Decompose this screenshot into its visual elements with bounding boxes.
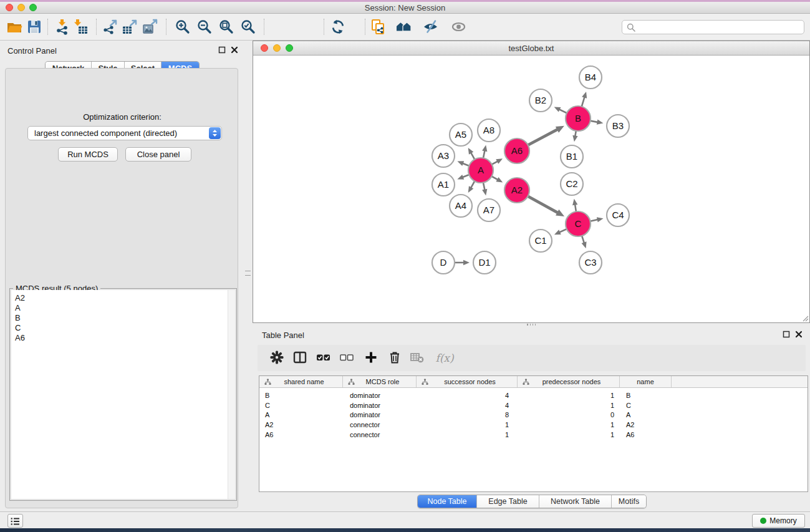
cell-shared-name[interactable]: B — [259, 392, 343, 399]
network-window-titlebar[interactable]: testGlobe.txt — [253, 41, 809, 56]
zoom-out-icon[interactable] — [196, 18, 213, 36]
cell-shared-name[interactable]: A2 — [259, 421, 343, 428]
float-panel-icon[interactable] — [781, 330, 791, 340]
cell-mcds-role[interactable]: connector — [343, 421, 417, 428]
import-table-icon[interactable] — [72, 18, 90, 36]
cell-successor-nodes[interactable]: 4 — [417, 392, 518, 399]
function-builder-icon[interactable]: f(x) — [432, 350, 457, 366]
cell-name[interactable]: B — [620, 392, 672, 399]
cell-predecessor-nodes[interactable]: 0 — [518, 411, 620, 418]
search-input[interactable] — [637, 21, 799, 33]
hide-selected-icon[interactable] — [422, 18, 440, 36]
memory-button[interactable]: Memory — [752, 514, 805, 528]
cell-mcds-role[interactable]: connector — [343, 431, 417, 438]
tab-node-table[interactable]: Node Table — [418, 495, 477, 508]
delete-table-icon[interactable] — [409, 350, 425, 366]
export-image-icon[interactable] — [142, 18, 159, 36]
select-all-icon[interactable] — [316, 350, 332, 366]
mcds-result-item[interactable]: A6 — [15, 333, 228, 343]
mcds-result-item[interactable]: A2 — [15, 293, 228, 303]
show-all-icon[interactable] — [450, 18, 468, 36]
node-label-A7: A7 — [483, 205, 494, 215]
save-icon[interactable] — [26, 18, 43, 36]
cell-mcds-role[interactable]: dominator — [343, 402, 417, 409]
column-header-name[interactable]: name — [620, 376, 672, 387]
close-panel-icon[interactable] — [229, 46, 239, 56]
network-canvas[interactable]: AA1A2A3A4A5A6A7A8BB1B2B3B4CC1C2C3C4DD1 — [253, 56, 809, 322]
zoom-fit-icon[interactable] — [218, 18, 235, 36]
open-icon[interactable] — [6, 18, 23, 36]
table-row[interactable]: A2connector11A2 — [259, 420, 808, 430]
table-header: shared nameMCDS rolesuccessor nodesprede… — [259, 376, 808, 388]
criterion-dropdown[interactable]: largest connected component (directed) — [27, 126, 222, 140]
mcds-result-item[interactable]: A — [15, 303, 228, 313]
delete-row-icon[interactable] — [387, 350, 403, 366]
cell-mcds-role[interactable]: dominator — [343, 392, 417, 399]
cell-successor-nodes[interactable]: 1 — [417, 421, 518, 428]
splitter-grip[interactable] — [245, 271, 251, 276]
refresh-layout-icon[interactable] — [329, 18, 347, 36]
run-mcds-button[interactable]: Run MCDS — [58, 147, 118, 162]
dropdown-stepper-icon — [209, 127, 221, 139]
show-columns-icon[interactable] — [292, 350, 308, 366]
mcds-result-list[interactable]: A2ABCA6 — [11, 290, 228, 499]
network-home-icon[interactable] — [395, 18, 413, 36]
main-toolbar — [0, 14, 810, 41]
show-panel-list-icon[interactable] — [7, 514, 23, 528]
node-label-B1: B1 — [566, 151, 577, 162]
cell-name[interactable]: A — [620, 411, 672, 418]
cell-successor-nodes[interactable]: 8 — [417, 411, 518, 418]
cell-predecessor-nodes[interactable]: 1 — [518, 392, 620, 399]
arrowhead-icon — [582, 241, 587, 248]
mcds-result-item[interactable]: C — [15, 323, 228, 333]
column-header-successor-nodes[interactable]: successor nodes — [417, 376, 518, 387]
cell-shared-name[interactable]: A — [259, 411, 343, 418]
memory-label: Memory — [769, 516, 796, 525]
cell-name[interactable]: A6 — [620, 431, 672, 438]
cell-mcds-role[interactable]: dominator — [343, 411, 417, 418]
cell-predecessor-nodes[interactable]: 1 — [518, 421, 620, 428]
deselect-all-icon[interactable] — [339, 350, 355, 366]
cell-successor-nodes[interactable]: 1 — [417, 431, 518, 438]
table-row[interactable]: Cdominator41C — [259, 400, 808, 410]
arrowhead-icon — [482, 189, 487, 196]
result-scrollbar[interactable] — [228, 290, 235, 499]
table-row[interactable]: Bdominator41B — [259, 390, 808, 400]
optimization-criterion-label: Optimization criterion: — [6, 112, 239, 122]
cell-name[interactable]: C — [620, 402, 672, 409]
column-header-mcds-role[interactable]: MCDS role — [343, 376, 417, 387]
add-row-icon[interactable] — [363, 350, 379, 366]
tab-edge-table[interactable]: Edge Table — [477, 495, 539, 508]
node-label-A5: A5 — [455, 129, 466, 140]
table-body: Bdominator41BCdominator41CAdominator80AA… — [259, 388, 808, 439]
float-panel-icon[interactable] — [217, 46, 227, 56]
export-network-icon[interactable] — [102, 18, 119, 36]
cell-successor-nodes[interactable]: 4 — [417, 402, 518, 409]
zoom-in-icon[interactable] — [174, 18, 191, 36]
cell-shared-name[interactable]: A6 — [259, 431, 343, 438]
cell-predecessor-nodes[interactable]: 1 — [518, 431, 620, 438]
column-header-predecessor-nodes[interactable]: predecessor nodes — [518, 376, 620, 387]
close-panel-icon[interactable] — [794, 330, 804, 340]
column-header-shared-name[interactable]: shared name — [259, 376, 343, 387]
resize-corner-icon[interactable] — [801, 314, 809, 322]
export-table-icon[interactable] — [121, 18, 138, 36]
zoom-selected-icon[interactable] — [239, 18, 257, 36]
mcds-result-item[interactable]: B — [15, 313, 228, 323]
tab-motifs[interactable]: Motifs — [612, 495, 646, 508]
toolbar-separator — [166, 19, 166, 35]
splitter-grip[interactable] — [527, 324, 536, 326]
table-settings-icon[interactable] — [269, 350, 285, 366]
cell-shared-name[interactable]: C — [259, 402, 343, 409]
import-network-icon[interactable] — [54, 18, 71, 36]
duplicate-network-icon[interactable] — [370, 18, 387, 36]
search-icon — [627, 23, 636, 32]
close-panel-button[interactable]: Close panel — [125, 147, 191, 162]
table-row[interactable]: A6connector11A6 — [259, 430, 808, 440]
vertical-splitter[interactable] — [243, 41, 253, 511]
table-row[interactable]: Adominator80A — [259, 410, 808, 420]
cell-name[interactable]: A2 — [620, 421, 672, 428]
tab-network-table[interactable]: Network Table — [539, 495, 612, 508]
app-window: Session: New Session — [0, 2, 810, 528]
cell-predecessor-nodes[interactable]: 1 — [518, 402, 620, 409]
